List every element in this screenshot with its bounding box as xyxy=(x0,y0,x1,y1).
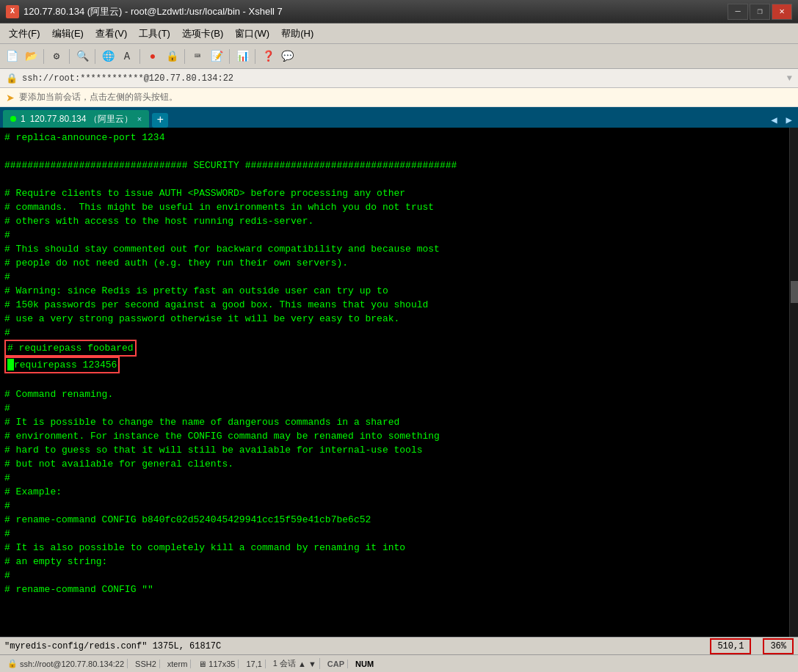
menu-help[interactable]: 帮助(H) xyxy=(275,26,319,42)
bottom-cursor-text: 17,1 xyxy=(246,660,261,668)
term-line-33 xyxy=(4,596,794,610)
term-line-23: # but not available for general clients. xyxy=(4,457,794,471)
term-line-22: # hard to guess so that it will still be… xyxy=(4,443,794,457)
menu-edit[interactable]: 编辑(E) xyxy=(46,26,90,42)
bottom-terminal: xterm xyxy=(164,660,192,668)
lock-icon-bottom: 🔒 xyxy=(7,659,18,668)
bottom-sessions-text: 1 会话 xyxy=(273,658,296,669)
bottom-size: 🖥 117x35 xyxy=(195,660,239,668)
toolbar-help[interactable]: ❓ xyxy=(259,48,277,65)
toolbar-sep-3 xyxy=(95,49,95,64)
toolbar-sep-7 xyxy=(255,49,255,64)
toolbar-connect[interactable]: 🌐 xyxy=(99,48,117,65)
term-line-18: # Command renaming. xyxy=(4,387,794,401)
size-icon: 🖥 xyxy=(198,660,206,668)
toolbar-script[interactable]: 📝 xyxy=(208,48,225,65)
toolbar-settings[interactable]: ⚙ xyxy=(48,48,65,65)
menu-view[interactable]: 查看(V) xyxy=(90,26,133,42)
toolbar-new[interactable]: 📄 xyxy=(3,48,21,65)
cap-indicator: CAP xyxy=(327,660,344,668)
lock-icon: 🔒 xyxy=(6,73,18,84)
bottom-cap: CAP xyxy=(324,660,348,668)
term-line-12: # 150k passwords per second against a go… xyxy=(4,298,794,312)
tab-next-button[interactable]: ▶ xyxy=(783,114,795,126)
term-line-24: # xyxy=(4,471,794,485)
term-line-10: # xyxy=(4,270,794,284)
term-line-20: # It is possible to change the name of d… xyxy=(4,415,794,429)
bottom-address: 🔒 ssh://root@120.77.80.134:22 xyxy=(4,659,128,668)
scrollbar-thumb[interactable] xyxy=(791,281,798,303)
toolbar-sep-1 xyxy=(43,49,44,64)
toolbar-sep-4 xyxy=(139,49,140,64)
terminal-scrollbar[interactable] xyxy=(789,128,798,637)
statusbar-percent: 36% xyxy=(763,638,794,654)
menu-file[interactable]: 文件(F) xyxy=(3,26,46,42)
toolbar: 📄 📂 ⚙ 🔍 🌐 A ● 🔒 ⌨ 📝 📊 ❓ 💬 xyxy=(0,44,798,69)
restore-button[interactable]: ❐ xyxy=(750,4,770,20)
toolbar-sep-5 xyxy=(184,49,185,64)
term-line-25: # Example: xyxy=(4,485,794,499)
bottom-protocol: SSH2 xyxy=(132,660,160,668)
arrow-icon: ➤ xyxy=(6,92,15,103)
titlebar-left: X 120.77.80.134 (阿里云) - root@Lzdwtl:/usr… xyxy=(6,5,283,18)
menu-tabs[interactable]: 选项卡(B) xyxy=(176,26,229,42)
toolbar-sep-2 xyxy=(69,49,70,64)
window-title: 120.77.80.134 (阿里云) - root@Lzdwtl:/usr/l… xyxy=(23,5,283,18)
toolbar-open[interactable]: 📂 xyxy=(22,48,40,65)
addressbar-text: ssh://root:************@120.77.80.134:22 xyxy=(22,73,233,84)
toolbar-monitor[interactable]: 📊 xyxy=(233,48,251,65)
tab-prev-button[interactable]: ◀ xyxy=(768,114,780,126)
toolbar-font[interactable]: A xyxy=(118,48,136,65)
statusbar-position: 510,1 xyxy=(710,638,751,654)
term-line-7: # xyxy=(4,228,794,242)
addressbar-dropdown[interactable]: ▼ xyxy=(787,73,792,84)
tab-number: 1 xyxy=(21,114,26,124)
term-line-11: # Warning: since Redis is pretty fast an… xyxy=(4,284,794,298)
tab-close-button[interactable]: × xyxy=(137,114,142,123)
term-line-4: # Require clients to issue AUTH <PASSWOR… xyxy=(4,186,794,200)
bottom-terminal-text: xterm xyxy=(167,660,188,668)
menu-tools[interactable]: 工具(T) xyxy=(133,26,176,42)
term-line-19: # xyxy=(4,401,794,415)
vim-statusbar: "myredis-config/redis.conf" 1375L, 61817… xyxy=(0,637,798,654)
term-line-2: ################################ SECURIT… xyxy=(4,158,794,172)
term-line-16: requirepass 123456 xyxy=(4,357,794,373)
term-line-17 xyxy=(4,373,794,387)
minimize-button[interactable]: — xyxy=(728,4,748,20)
term-line-26: # xyxy=(4,499,794,513)
up-arrow-icon[interactable]: ▲ xyxy=(298,660,306,668)
cursor xyxy=(7,359,14,370)
tab-label: 120.77.80.134 （阿里云） xyxy=(30,113,133,125)
toolbar-sep-6 xyxy=(229,49,230,64)
down-arrow-icon[interactable]: ▼ xyxy=(308,660,316,668)
term-line-31: # xyxy=(4,569,794,582)
tab-add-button[interactable]: + xyxy=(152,113,168,128)
term-line-32: # rename-command CONFIG "" xyxy=(4,582,794,596)
bottombar: 🔒 ssh://root@120.77.80.134:22 SSH2 xterm… xyxy=(0,654,798,672)
term-line-8: # This should stay commented out for bac… xyxy=(4,242,794,256)
bottom-num: NUM xyxy=(352,660,377,668)
infobar: ➤ 要添加当前会话，点击左侧的箭头按钮。 xyxy=(0,88,798,107)
term-line-6: # others with access to the host running… xyxy=(4,214,794,228)
term-line-28: # xyxy=(4,527,794,541)
toolbar-chat[interactable]: 💬 xyxy=(278,48,296,65)
toolbar-key[interactable]: ⌨ xyxy=(189,48,206,65)
bottom-protocol-text: SSH2 xyxy=(135,660,156,668)
bottom-size-text: 117x35 xyxy=(208,660,235,668)
term-line-15: # requirepass foobared xyxy=(4,340,794,357)
term-line-29: # It is also possible to completely kill… xyxy=(4,541,794,555)
toolbar-red[interactable]: ● xyxy=(144,48,162,65)
toolbar-pass[interactable]: 🔒 xyxy=(163,48,181,65)
menu-window[interactable]: 窗口(W) xyxy=(229,26,275,42)
session-tab[interactable]: 1 120.77.80.134 （阿里云） × xyxy=(3,110,149,128)
terminal[interactable]: # replica-announce-port 1234 ###########… xyxy=(0,128,798,637)
red-box-requirepass: requirepass 123456 xyxy=(4,357,120,373)
term-line-21: # environment. For instance the CONFIG c… xyxy=(4,429,794,443)
toolbar-search[interactable]: 🔍 xyxy=(73,48,91,65)
addressbar: 🔒 ssh://root:************@120.77.80.134:… xyxy=(0,69,798,88)
term-line-27: # rename-command CONFIG b840fc02d5240454… xyxy=(4,513,794,527)
term-line-14: # xyxy=(4,326,794,340)
window-controls: — ❐ ✕ xyxy=(728,4,792,20)
bottom-address-text: ssh://root@120.77.80.134:22 xyxy=(20,660,124,668)
close-button[interactable]: ✕ xyxy=(772,4,792,20)
